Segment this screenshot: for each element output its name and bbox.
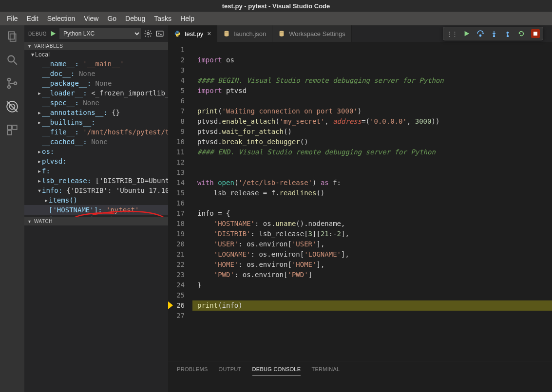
- menu-file[interactable]: File: [3, 13, 22, 24]
- bottom-panel: PROBLEMSOUTPUTDEBUG CONSOLETERMINAL: [168, 361, 552, 392]
- var-key: __package__:: [42, 79, 91, 87]
- var-value: <_frozen_importlib_ex…: [91, 89, 168, 97]
- menu-edit[interactable]: Edit: [23, 13, 42, 24]
- menubar: FileEditSelectionViewGoDebugTasksHelp: [0, 12, 552, 25]
- code-line: print(info): [192, 300, 552, 311]
- var-value: {'DISTRIB': 'Ubuntu 17.10',…: [67, 187, 168, 194]
- code-line: import ptvsd: [192, 86, 552, 96]
- tab-label: test.py: [185, 30, 203, 37]
- extensions-icon[interactable]: [6, 124, 19, 136]
- panel-tab-debug-console[interactable]: DEBUG CONSOLE: [252, 363, 301, 375]
- variables-header[interactable]: ▾ VARIABLES: [24, 42, 168, 50]
- menu-go[interactable]: Go: [103, 13, 120, 24]
- var-value: ['DISTRIB_ID=Ubuntu\…: [95, 177, 168, 185]
- svg-point-17: [479, 35, 481, 36]
- line-number: 3: [168, 65, 192, 75]
- menu-tasks[interactable]: Tasks: [150, 13, 175, 24]
- var-key: ['DISTRIB']:: [49, 216, 98, 217]
- var-row[interactable]: __package__: None: [24, 78, 168, 88]
- tab-workspace-settings[interactable]: Workspace Settings: [272, 25, 351, 42]
- code-line: [192, 198, 552, 208]
- var-row[interactable]: ▸__annotations__: {}: [24, 108, 168, 117]
- var-row[interactable]: ['HOSTNAME']: 'pytest': [24, 205, 168, 215]
- line-number: 26: [168, 300, 192, 311]
- var-row[interactable]: __name__: '__main__': [24, 59, 168, 69]
- line-number: 10: [168, 137, 192, 147]
- tab-launch-json[interactable]: launch.json: [217, 25, 272, 42]
- panel-tab-problems[interactable]: PROBLEMS: [177, 363, 208, 375]
- line-number: 15: [168, 188, 192, 198]
- svg-point-2: [8, 56, 14, 62]
- menu-debug[interactable]: Debug: [121, 13, 149, 24]
- panel-tab-terminal[interactable]: TERMINAL: [311, 363, 340, 375]
- current-line-arrow-icon: [168, 301, 173, 309]
- line-number: 13: [168, 168, 192, 178]
- var-row[interactable]: __doc__: None: [24, 69, 168, 78]
- tab-test-py[interactable]: test.py×: [168, 25, 217, 42]
- var-row[interactable]: __cached__: None: [24, 137, 168, 147]
- var-row[interactable]: ▸lsb_release: ['DISTRIB_ID=Ubuntu\…: [24, 176, 168, 186]
- stop-button[interactable]: [531, 29, 540, 38]
- menu-selection[interactable]: Selection: [43, 13, 79, 24]
- debug-console-body[interactable]: [168, 377, 552, 392]
- chevron-down-icon: ▾: [28, 219, 32, 224]
- var-value: 'Ubuntu 17.10': [102, 216, 160, 217]
- drag-handle-icon[interactable]: ⋮⋮: [446, 30, 457, 37]
- debug-console-icon[interactable]: [155, 29, 164, 38]
- code-area[interactable]: import os#### BEGIN. Visual Studio remot…: [192, 42, 552, 361]
- tab-label: Workspace Settings: [289, 30, 345, 37]
- source-control-icon[interactable]: [6, 77, 19, 90]
- line-number: 20: [168, 239, 192, 249]
- svg-point-13: [147, 33, 150, 35]
- var-row[interactable]: __spec__: None: [24, 98, 168, 108]
- svg-rect-10: [7, 125, 12, 130]
- chevron-icon: ▸: [37, 167, 42, 175]
- var-row[interactable]: ▸f:: [24, 166, 168, 176]
- scope-local[interactable]: ▾Local: [24, 50, 168, 59]
- var-row[interactable]: __file__: '/mnt/hostfs/pytest/tes…: [24, 127, 168, 137]
- svg-rect-20: [533, 32, 537, 36]
- line-number: 23: [168, 270, 192, 280]
- window-title: test.py - pytest - Visual Studio Code: [222, 2, 330, 10]
- line-number: 5: [168, 86, 192, 96]
- chevron-icon: ▸: [44, 196, 49, 204]
- code-line: [192, 45, 552, 55]
- watch-header[interactable]: ▾ WATCH: [24, 217, 168, 225]
- debug-icon[interactable]: [6, 100, 19, 113]
- var-row[interactable]: ▸ptvsd:: [24, 156, 168, 166]
- files-icon[interactable]: [6, 30, 19, 43]
- debug-sidebar: DEBUG Python LXC ▾ VARIABLES ▾Local __na…: [24, 25, 168, 392]
- var-key: __file__:: [42, 128, 79, 136]
- panel-tab-output[interactable]: OUTPUT: [219, 363, 242, 375]
- var-row[interactable]: ['DISTRIB']: 'Ubuntu 17.10': [24, 215, 168, 217]
- debug-config-select[interactable]: Python LXC: [59, 28, 141, 39]
- continue-button[interactable]: [463, 30, 471, 37]
- menu-help[interactable]: Help: [176, 13, 198, 24]
- step-over-button[interactable]: [476, 30, 484, 37]
- var-row[interactable]: ▾info: {'DISTRIB': 'Ubuntu 17.10',…: [24, 186, 168, 195]
- var-value: '__main__': [83, 60, 124, 68]
- var-key: items(): [49, 196, 77, 204]
- chevron-icon: ▸: [37, 157, 42, 165]
- code-line: 'DISTRIB': lsb_release[3][21:-2],: [192, 229, 552, 239]
- svg-line-3: [14, 61, 17, 65]
- var-row[interactable]: ▸__loader__: <_frozen_importlib_ex…: [24, 88, 168, 98]
- start-debug-icon[interactable]: [50, 30, 57, 37]
- svg-point-5: [8, 86, 10, 88]
- var-row[interactable]: ▸items(): [24, 195, 168, 205]
- close-icon[interactable]: ×: [207, 30, 211, 37]
- database-icon: [223, 30, 230, 37]
- svg-point-16: [280, 31, 284, 33]
- restart-button[interactable]: [517, 30, 525, 37]
- menu-view[interactable]: View: [80, 13, 102, 24]
- debug-toolbar[interactable]: ⋮⋮: [443, 27, 543, 40]
- gear-icon[interactable]: [144, 29, 152, 38]
- line-number: 17: [168, 208, 192, 219]
- line-number: 12: [168, 157, 192, 168]
- var-row[interactable]: ▸os:: [24, 147, 168, 156]
- step-into-button[interactable]: [490, 30, 498, 37]
- code-line: #### BEGIN. Visual Studio remote debuggi…: [192, 75, 552, 86]
- step-out-button[interactable]: [504, 30, 512, 37]
- search-icon[interactable]: [6, 54, 19, 66]
- var-row[interactable]: ▸__builtins__:: [24, 117, 168, 127]
